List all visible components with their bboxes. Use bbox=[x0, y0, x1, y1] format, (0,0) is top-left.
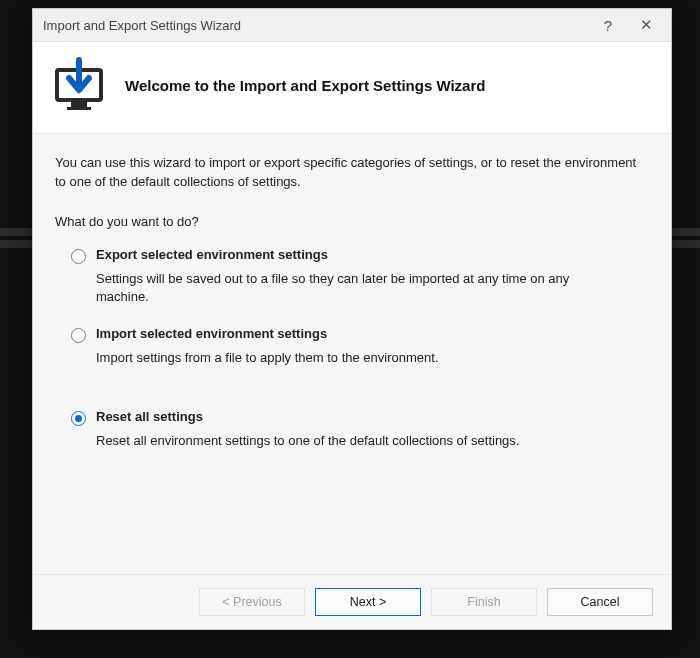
next-button[interactable]: Next > bbox=[315, 588, 421, 616]
close-icon: ✕ bbox=[640, 16, 653, 34]
button-label: Finish bbox=[467, 595, 500, 609]
wizard-header: Welcome to the Import and Export Setting… bbox=[33, 42, 671, 134]
option-label: Export selected environment settings bbox=[96, 247, 328, 262]
option-desc: Import settings from a file to apply the… bbox=[96, 349, 616, 367]
window-title: Import and Export Settings Wizard bbox=[43, 18, 589, 33]
button-label: < Previous bbox=[222, 595, 281, 609]
button-label: Cancel bbox=[581, 595, 620, 609]
option-desc: Reset all environment settings to one of… bbox=[96, 432, 616, 450]
option-desc: Settings will be saved out to a file so … bbox=[96, 270, 616, 306]
help-icon: ? bbox=[604, 17, 612, 34]
help-button[interactable]: ? bbox=[589, 11, 627, 39]
wizard-dialog: Import and Export Settings Wizard ? ✕ We… bbox=[32, 8, 672, 630]
finish-button: Finish bbox=[431, 588, 537, 616]
option-label: Import selected environment settings bbox=[96, 326, 327, 341]
radio-icon bbox=[71, 328, 86, 343]
previous-button: < Previous bbox=[199, 588, 305, 616]
button-label: Next > bbox=[350, 595, 386, 609]
intro-text: You can use this wizard to import or exp… bbox=[55, 154, 649, 192]
wizard-heading: Welcome to the Import and Export Setting… bbox=[125, 77, 485, 94]
titlebar: Import and Export Settings Wizard ? ✕ bbox=[33, 9, 671, 42]
svg-rect-2 bbox=[71, 102, 87, 107]
wizard-footer: < Previous Next > Finish Cancel bbox=[33, 574, 671, 629]
option-import[interactable]: Import selected environment settings bbox=[71, 326, 649, 343]
radio-icon bbox=[71, 411, 86, 426]
options-group: Export selected environment settings Set… bbox=[55, 247, 649, 451]
svg-rect-3 bbox=[67, 107, 91, 110]
monitor-download-icon bbox=[51, 56, 107, 115]
prompt-text: What do you want to do? bbox=[55, 214, 649, 229]
radio-icon bbox=[71, 249, 86, 264]
wizard-body: You can use this wizard to import or exp… bbox=[33, 134, 671, 574]
close-button[interactable]: ✕ bbox=[627, 11, 665, 39]
option-label: Reset all settings bbox=[96, 409, 203, 424]
option-reset[interactable]: Reset all settings bbox=[71, 409, 649, 426]
option-export[interactable]: Export selected environment settings bbox=[71, 247, 649, 264]
cancel-button[interactable]: Cancel bbox=[547, 588, 653, 616]
